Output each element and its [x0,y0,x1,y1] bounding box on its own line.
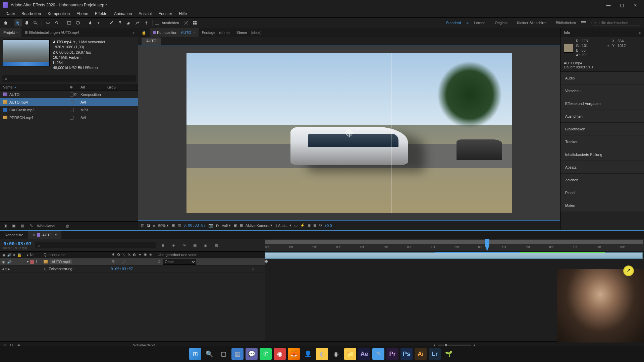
help-search[interactable]: ⌕ [591,20,642,26]
layer-label-swatch[interactable] [30,260,34,264]
workspace-bibliotheken[interactable]: Bibliotheken [552,19,580,26]
shy-button[interactable]: 👁 [180,242,188,249]
taskbar-widgets[interactable]: ▦ [231,348,244,360]
timeline-search[interactable]: ⌕ [35,242,156,248]
taskbar-taskview[interactable]: ▢ [217,348,229,360]
menu-ebene[interactable]: Ebene [73,11,92,17]
taskbar-firefox[interactable]: 🦊 [288,348,300,360]
workspace-standard[interactable]: Standard [442,19,465,26]
menu-datei[interactable]: Datei [2,11,18,17]
parent-dropdown[interactable]: Ohne [163,259,196,265]
stopwatch-icon[interactable]: ⊙ [44,267,47,271]
menu-animation[interactable]: Animation [111,11,135,17]
comp-lock[interactable]: 🔒 [138,28,150,37]
fast-preview-button[interactable]: ⚡ [300,223,305,228]
property-value[interactable]: 0:00:03:07 [111,267,133,271]
draft3d-button[interactable]: ◈ [170,242,177,249]
roto-tool[interactable] [134,19,141,26]
lock-column-icon[interactable]: 🔒 [17,253,21,257]
rect-tool[interactable] [65,19,73,26]
playhead[interactable] [485,239,489,251]
item-label-swatch[interactable] [70,116,74,120]
effect-controls-tab[interactable]: Effekteinstellungen AUTO.mp4 [21,28,83,37]
eye-column-icon[interactable]: ◉ [2,253,6,257]
snap-grid-tool[interactable] [191,19,199,26]
next-keyframe-icon[interactable]: ▸ [8,267,10,271]
taskbar-premiere[interactable]: Pr [386,348,398,360]
taskbar-aftereffects[interactable]: Ae [358,348,370,360]
toggle-mask[interactable]: ◪ [147,223,150,228]
anchor-point-icon[interactable] [346,130,353,136]
layer-audio-icon[interactable]: 🔊 [7,260,11,264]
panel-section[interactable]: Pinsel [560,186,644,199]
layer-switch-2[interactable]: ／ [121,259,126,264]
panel-section[interactable]: Bibliotheken [560,122,644,135]
panel-menu-icon[interactable]: ≡ [639,31,641,35]
comp-flowchart-button[interactable]: ⊞ [159,242,166,249]
taskbar-lightroom[interactable]: Lr [429,348,441,360]
clone-tool[interactable] [116,19,124,26]
workspace-lernen[interactable]: Lernen [470,19,489,26]
taskbar-app5[interactable]: 🌱 [443,348,455,360]
pen-tool[interactable] [87,19,94,26]
footage-tab[interactable]: Footage (ohne) [199,28,233,37]
frame-blend-button[interactable]: ▦ [191,242,199,249]
roi-button[interactable]: ▣ [233,223,237,228]
mask-toggle-icon[interactable]: ∞ [153,224,156,228]
zoom-tool[interactable] [32,19,39,26]
footer-timecode[interactable]: 0:00:03:07 [183,223,206,228]
taskbar-illustrator[interactable]: Ai [415,348,427,360]
resolution-dropdown[interactable]: Voll ▾ [222,223,231,228]
timeline-timecode[interactable]: 0:00:03:07 [3,241,32,246]
parent-pickwhip-icon[interactable]: ⊙ [158,259,161,264]
channel-button[interactable]: ◐ [216,223,219,228]
taskbar-app1[interactable]: ◉ [274,348,286,360]
project-item[interactable]: PERSON.mp4AVI [0,114,138,121]
menu-hilfe[interactable]: Hilfe [175,11,190,17]
handle-right[interactable] [511,132,512,134]
pixel-aspect-button[interactable]: ▭ [294,223,298,228]
interpret-footage-button[interactable]: ◨ [2,223,8,229]
panel-section[interactable]: Effekte und Vorgaben [560,97,644,110]
item-label-swatch[interactable] [70,93,74,97]
guides-button[interactable]: ▥ [177,223,181,228]
panel-section[interactable]: Audio [560,71,644,84]
graph-editor-button[interactable]: ▩ [213,242,220,249]
info-panel-header[interactable]: Info≡ [560,28,644,37]
timeline-button[interactable]: ⊞ [308,223,311,228]
selection-tool[interactable] [14,19,22,26]
exposure[interactable]: +0,0 [325,224,332,228]
text-tool[interactable]: T [95,19,103,26]
maximize-button[interactable]: ▢ [619,2,625,8]
solo-column-icon[interactable]: ● [12,253,16,257]
label-column-icon[interactable]: ❋ [70,85,74,89]
flowchart-button[interactable]: ⊟ [313,223,316,228]
taskbar-whatsapp[interactable]: ✆ [260,348,272,360]
project-item[interactable]: AUTO.mp4AVI [0,98,138,106]
align-checkbox[interactable] [155,21,159,25]
taskbar-search[interactable]: 🔍 [203,348,215,360]
panel-section[interactable]: Tracker [560,135,644,148]
toggle-alpha[interactable]: ◫ [141,223,144,228]
layer-name[interactable]: AUTO.mp4 [50,259,72,264]
help-search-input[interactable] [599,21,639,25]
hand-tool[interactable] [23,19,31,26]
panel-section[interactable]: Inhaltsbasierte Füllung [560,148,644,161]
project-search[interactable]: ⌕ [2,75,136,82]
handle-left[interactable] [186,132,188,134]
taskbar-teams[interactable]: 💬 [246,348,258,360]
new-folder-button[interactable]: ▣ [11,223,17,229]
taskbar-app4[interactable]: ✎ [372,348,384,360]
delete-button[interactable]: 🗑 [64,223,70,229]
menu-komposition[interactable]: Komposition [44,11,73,17]
panel-section[interactable]: Absatz [560,161,644,173]
layer-tab[interactable]: Ebene (ohne) [233,28,265,37]
layer-switch[interactable]: ⊕ [111,259,115,264]
workspace-overflow[interactable] [581,21,587,24]
project-item[interactable]: AUTO✿Komposition [0,90,138,98]
taskbar-app3[interactable]: ◐ [316,348,328,360]
timeline-layer-row[interactable]: ◉🔊 ▾1 AUTO.mp4 ⊕／ ⊙Ohne [0,258,265,265]
layer-expand-icon[interactable]: ▾ [27,259,29,264]
close-button[interactable]: ✕ [632,2,639,8]
panel-section[interactable]: Ausrichten [560,110,644,122]
